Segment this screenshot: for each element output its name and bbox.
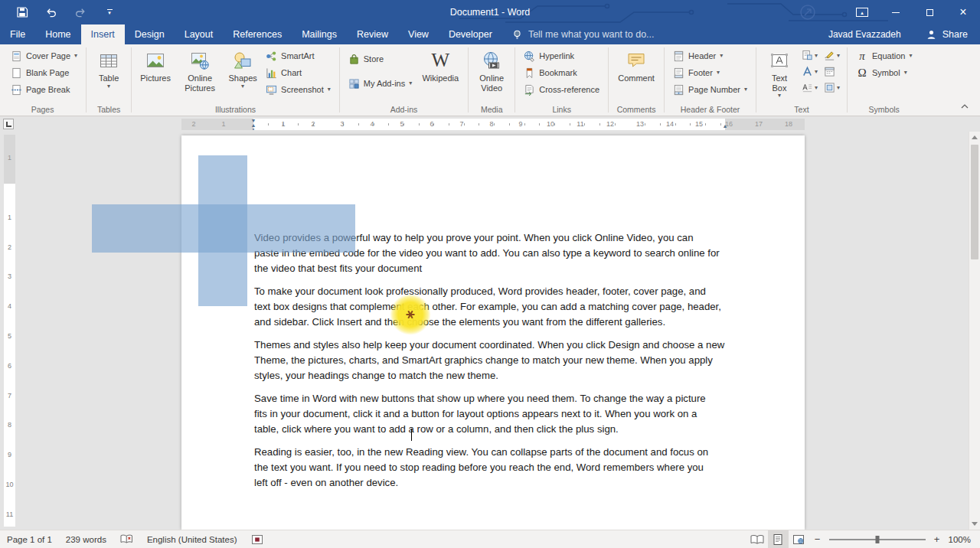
ribbon-group-comments: Comment Comments xyxy=(609,44,663,116)
page-number-button[interactable]: Page Number ▾ xyxy=(668,81,752,98)
save-button[interactable] xyxy=(8,2,37,23)
cross-shape[interactable] xyxy=(92,204,355,253)
horizontal-ruler[interactable]: 21123456789101112131415161718 ▼ ▲ ▪ ▲ xyxy=(181,119,805,130)
header-icon xyxy=(673,51,684,62)
ruler-number: 14 xyxy=(666,120,674,129)
page-indicator[interactable]: Page 1 of 1 xyxy=(0,530,59,548)
drop-cap-button[interactable]: ▾ xyxy=(799,80,821,96)
chart-button[interactable]: Chart xyxy=(261,64,335,81)
ribbon-tab[interactable]: Review xyxy=(347,24,398,44)
wikipedia-button[interactable]: W Wikipedia xyxy=(416,46,464,101)
page-break-button[interactable]: Page Break xyxy=(6,81,82,98)
paragraph: To make your document look professionall… xyxy=(254,284,746,330)
bookmark-button[interactable]: Bookmark xyxy=(519,64,604,81)
equation-button[interactable]: π Equation ▾ xyxy=(851,47,916,64)
vertical-scrollbar[interactable] xyxy=(969,132,980,530)
paragraph: Save time in Word with new buttons that … xyxy=(254,391,746,437)
maximize-button[interactable] xyxy=(913,0,946,24)
redo-button[interactable] xyxy=(66,2,95,23)
drop-cap-icon xyxy=(802,82,813,93)
smartart-button[interactable]: SmartArt xyxy=(261,47,335,64)
user-name[interactable]: Javad Evazzadeh xyxy=(816,29,913,40)
store-button[interactable]: Store xyxy=(344,51,416,67)
ruler-number: 10 xyxy=(5,481,13,488)
ribbon-group-media: Online Video Media xyxy=(469,44,514,116)
group-divider xyxy=(131,47,132,113)
wordart-button[interactable]: ▾ xyxy=(799,64,821,80)
symbol-button[interactable]: Ω Symbol ▾ xyxy=(851,64,916,81)
minimize-button[interactable] xyxy=(879,0,913,24)
chevron-down-icon: ▾ xyxy=(328,86,331,93)
scrollbar-thumb[interactable] xyxy=(971,145,978,259)
blank-page-button[interactable]: Blank Page xyxy=(6,64,82,81)
comment-button[interactable]: Comment xyxy=(612,46,660,101)
cross-reference-button[interactable]: Cross-reference xyxy=(519,81,604,98)
proofing-status[interactable] xyxy=(113,530,140,548)
hyperlink-button[interactable]: Hyperlink xyxy=(519,47,604,64)
signature-line-button[interactable]: ▾ xyxy=(821,47,843,64)
ribbon-tab[interactable]: Mailings xyxy=(292,24,347,44)
shapes-button[interactable]: Shapes ▾ xyxy=(224,46,261,101)
print-layout-button[interactable] xyxy=(768,530,789,548)
screenshot-button[interactable]: Screenshot ▾ xyxy=(261,81,335,98)
close-button[interactable]: × xyxy=(946,0,980,24)
ribbon-group-pages: Cover Page ▾ Blank Page Page Break Pages xyxy=(0,44,85,116)
zoom-in-button[interactable]: + xyxy=(929,530,946,548)
scroll-down-button[interactable] xyxy=(969,518,980,530)
group-label-illustrations: Illustrations xyxy=(132,105,338,114)
my-addins-button[interactable]: My Add-ins ▾ xyxy=(344,75,416,92)
ruler-number: 5 xyxy=(8,332,11,340)
cover-page-button[interactable]: Cover Page ▾ xyxy=(6,47,82,64)
ribbon-group-text: Text Box ▾ ▾ ▾ ▾ xyxy=(757,44,846,116)
proofing-book-icon xyxy=(120,534,133,544)
header-button[interactable]: Header ▾ xyxy=(668,47,752,64)
zoom-out-button[interactable]: − xyxy=(809,530,826,548)
zoom-slider[interactable] xyxy=(829,539,926,540)
chevron-down-icon: ▾ xyxy=(815,69,818,75)
document-page[interactable]: Video provides a powerful way to help yo… xyxy=(181,135,805,530)
vertical-ruler[interactable]: 11234567891011 xyxy=(4,135,15,527)
ribbon-tab[interactable]: Home xyxy=(35,24,80,44)
quick-parts-button[interactable]: ▾ xyxy=(799,47,821,64)
zoom-level[interactable]: 100% xyxy=(946,535,977,544)
ribbon-display-options-button[interactable]: ▴ xyxy=(845,0,879,24)
language-indicator[interactable]: English (United States) xyxy=(140,530,244,548)
ribbon-tab[interactable]: Insert xyxy=(81,24,125,44)
text-box-button[interactable]: Text Box ▾ xyxy=(760,46,799,101)
table-button[interactable]: Table ▾ xyxy=(90,46,127,101)
undo-button[interactable] xyxy=(37,2,66,23)
object-button[interactable]: ▾ xyxy=(821,80,843,96)
ribbon-tab[interactable]: Design xyxy=(125,24,175,44)
undo-icon xyxy=(45,6,57,18)
redo-icon xyxy=(74,6,87,18)
right-indent-marker[interactable]: ▲ xyxy=(723,123,728,129)
web-layout-button[interactable] xyxy=(789,530,809,548)
customize-quick-access-button[interactable]: ▾ xyxy=(95,2,124,23)
ribbon-group-links: Hyperlink Bookmark Cross-reference Links xyxy=(516,44,607,116)
left-indent-marker[interactable]: ▪ xyxy=(253,126,254,132)
save-icon xyxy=(16,6,28,18)
pictures-button[interactable]: Pictures xyxy=(136,46,175,101)
tab-stop-selector[interactable] xyxy=(3,119,14,129)
ruler-number: 6 xyxy=(8,362,11,370)
tell-me-box[interactable]: Tell me what you want to do... xyxy=(502,24,664,44)
online-pictures-button[interactable]: Online Pictures xyxy=(175,46,224,101)
word-count[interactable]: 239 words xyxy=(59,530,113,548)
ribbon: Cover Page ▾ Blank Page Page Break Pages… xyxy=(0,44,980,116)
footer-button[interactable]: Footer ▾ xyxy=(668,64,752,81)
zoom-slider-thumb[interactable] xyxy=(875,536,879,543)
share-button[interactable]: Share xyxy=(913,29,980,41)
ribbon-tab[interactable]: View xyxy=(398,24,439,44)
ruler-number: 4 xyxy=(370,120,374,129)
scroll-up-button[interactable] xyxy=(969,132,980,143)
date-time-button[interactable] xyxy=(821,64,843,80)
online-video-button[interactable]: Online Video xyxy=(472,46,511,101)
macro-recording-button[interactable] xyxy=(244,530,270,548)
read-mode-button[interactable] xyxy=(747,530,768,548)
ribbon-tab[interactable]: Layout xyxy=(175,24,224,44)
collapse-ribbon-button[interactable] xyxy=(957,100,972,112)
ruler-number: 9 xyxy=(8,451,11,458)
ribbon-tab[interactable]: Developer xyxy=(439,24,502,44)
ribbon-tab[interactable]: References xyxy=(223,24,292,44)
ribbon-tab[interactable]: File xyxy=(0,24,35,44)
